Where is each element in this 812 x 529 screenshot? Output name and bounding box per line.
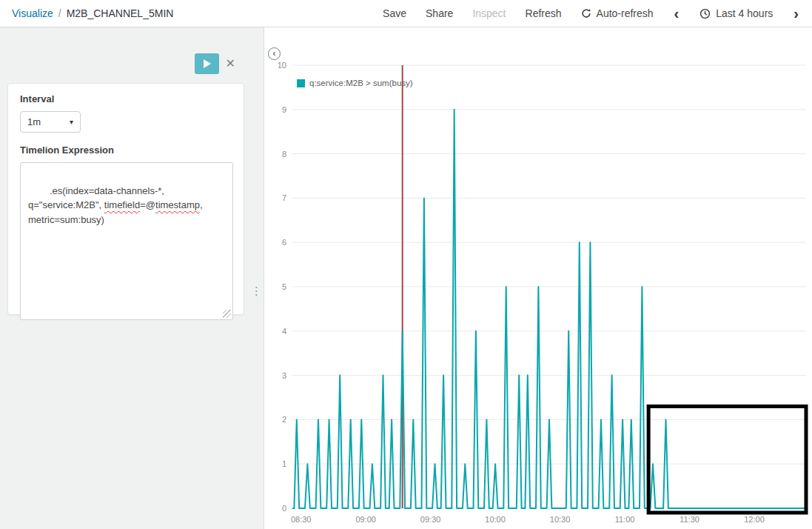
refresh-button[interactable]: Refresh [526,7,562,19]
textarea-resize-handle[interactable] [223,310,231,318]
time-prev-button[interactable]: ‹ [673,6,681,21]
y-tick-label: 7 [282,193,286,202]
y-tick-label: 2 [282,415,286,424]
chevron-right-icon: › [793,5,799,21]
expression-card: Interval 1m ▾ Timelion Expression .es(in… [7,83,244,315]
expression-text: =@ [140,199,155,210]
kibana-visualize-page: Visualize / M2B_CHANNEL_5MIN Save Share … [0,0,812,529]
chart-back-icon[interactable]: ‹ [268,47,281,60]
time-picker-button[interactable]: Last 4 hours [699,7,773,19]
x-tick-label: 11:00 [615,515,635,524]
save-button[interactable]: Save [383,7,406,19]
breadcrumb-separator: / [58,7,61,19]
y-tick-label: 3 [282,371,286,380]
visualization-title: M2B_CHANNEL_5MIN [67,7,174,19]
auto-refresh-label: Auto-refresh [597,7,654,19]
auto-refresh-icon [581,8,591,19]
top-menu: Save Share Inspect Refresh Auto-refresh … [383,6,800,21]
x-tick-label: 10:00 [485,515,506,524]
share-button[interactable]: Share [426,7,453,19]
legend-label: q:service:M2B > sum(busy) [309,79,413,87]
close-icon: ✕ [226,57,235,70]
y-tick-label: 10 [278,61,286,70]
expression-text-misspelled: timestamp [155,199,200,210]
x-tick-label: 08:30 [291,515,312,524]
legend-swatch [297,79,305,87]
panel-resizer-handle[interactable]: ⋮ [251,285,261,304]
y-tick-label: 6 [282,238,286,247]
editor-toolbar: ✕ [0,53,264,74]
inspect-button: Inspect [472,7,506,19]
y-tick-label: 5 [282,282,286,291]
interval-select[interactable]: 1m ▾ [20,111,81,133]
y-tick-label: 0 [282,504,286,513]
timelion-expression-input[interactable]: .es(index=data-channels-*, q="service:M2… [20,162,233,320]
timelion-chart[interactable]: 01234567891008:3009:0009:3010:0010:3011:… [264,27,812,529]
chevron-left-icon: ‹ [674,5,680,21]
chart-legend-item[interactable]: q:service:M2B > sum(busy) [297,79,413,87]
top-navigation-bar: Visualize / M2B_CHANNEL_5MIN Save Share … [0,0,812,27]
x-tick-label: 12:00 [744,515,765,524]
caret-down-icon: ▾ [70,118,73,126]
time-next-button[interactable]: › [792,6,800,21]
series-line [292,110,806,508]
y-tick-label: 1 [282,459,286,468]
close-editor-button[interactable]: ✕ [226,58,235,70]
breadcrumb: Visualize / M2B_CHANNEL_5MIN [12,7,173,19]
y-tick-label: 9 [282,105,286,114]
x-tick-label: 11:30 [680,515,699,524]
play-icon [204,59,211,68]
y-tick-label: 4 [282,327,286,336]
chart-panel: 01234567891008:3009:0009:3010:0010:3011:… [264,27,812,529]
interval-label: Interval [20,93,232,104]
chevron-left-glyph: ‹ [272,47,275,59]
x-tick-label: 09:30 [420,515,441,524]
drag-dots-icon: ⋮ [251,285,262,297]
expression-label: Timelion Expression [20,144,232,156]
annotation-box [648,406,806,513]
expression-text-misspelled: timefield [104,199,140,210]
interval-value: 1m [27,116,41,127]
auto-refresh-button[interactable]: Auto-refresh [581,7,654,19]
timelion-editor-sidebar: ✕ Interval 1m ▾ Timelion Expression .es(… [0,27,264,529]
x-tick-label: 10:30 [550,515,571,524]
breadcrumb-visualize-link[interactable]: Visualize [12,7,53,19]
run-expression-button[interactable] [195,53,219,74]
x-tick-label: 09:00 [355,515,376,524]
y-tick-label: 8 [282,150,286,159]
time-range-label: Last 4 hours [716,7,773,19]
clock-icon [699,8,711,19]
